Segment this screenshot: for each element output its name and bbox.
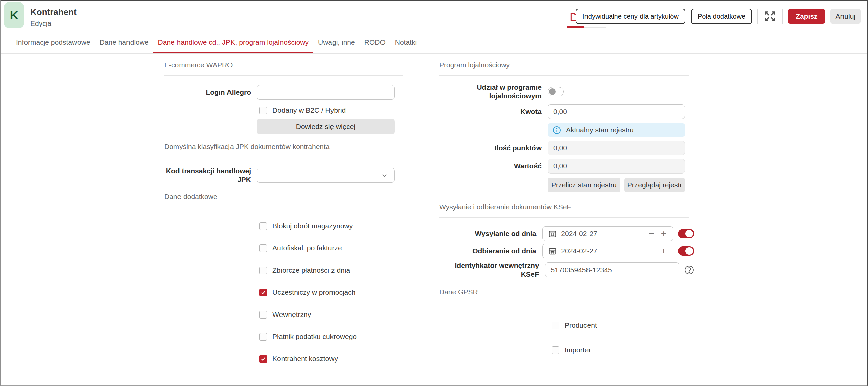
receive-from-label: Odbieranie od dnia [439,247,536,256]
tab-rodo[interactable]: RODO [360,31,390,53]
tab-notatki[interactable]: Notatki [390,31,422,53]
toggle-knob [685,247,693,255]
blokuj-obrot-checkbox[interactable] [259,222,267,230]
checkbox-label: Płatnik podatku cukrowego [273,333,356,341]
allegro-login-label: Login Allegro [164,88,251,97]
register-info-text: Aktualny stan rejestru [566,126,634,134]
checkbox-row[interactable]: Kontrahent kosztowy [164,355,403,363]
expand-icon[interactable] [763,9,777,24]
send-toggle[interactable] [678,229,694,238]
right-column: Program lojalnościowy Udział w programie… [439,54,694,354]
toggle-knob [549,88,556,95]
checkbox-label: Kontrahent kosztowy [273,355,338,363]
amount-input[interactable] [548,105,685,119]
page-subtitle: Edycja [30,20,77,28]
producent-checkbox-row[interactable]: Producent [439,321,694,329]
checkbox-label: Zbiorcze płatności z dnia [273,266,350,274]
importer-checkbox[interactable] [552,347,559,354]
send-date-input[interactable]: 2024-02-27 − + [542,226,673,241]
cancel-button[interactable]: Anuluj [830,9,861,24]
checkbox-label: Autofiskal. po fakturze [273,244,342,252]
checkbox-label: Importer [565,346,591,354]
jpk-code-label: Kod transakcji handlowej JPK [164,167,251,184]
kontrahent-kosztowy-checkbox[interactable] [259,355,267,363]
section-ksef: Wysyłanie i odbieranie dokumentów KSeF [439,202,689,217]
toggle-knob [685,230,693,237]
ksef-send-row: Wysyłanie od dnia 2024-02-27 − + [439,226,694,241]
zbiorcze-platnosci-checkbox[interactable] [259,267,267,274]
individual-prices-button[interactable]: Indywidualne ceny dla artykułów [576,9,685,24]
header-actions: Indywidualne ceny dla artykułów Pola dod… [570,8,861,25]
tab-uwagi-inne[interactable]: Uwagi, inne [313,31,360,53]
plus-button[interactable]: + [660,246,668,256]
checkbox-label: Uczestniczy w promocjach [273,288,355,296]
divider [757,9,757,24]
minus-button[interactable]: − [647,229,655,238]
value-input: 0,00 [548,159,685,174]
question-icon[interactable] [684,265,694,275]
section-ecommerce-wapro: E-commerce WAPRO [164,60,403,76]
window-header: K Kontrahent Edycja Indywidualne ceny dl [1,1,867,31]
register-info-row: Aktualny stan rejestru [439,123,694,137]
platnik-cukrowy-checkbox[interactable] [259,333,267,341]
check-icon [260,290,266,295]
divider [570,9,570,24]
calendar-icon [548,247,557,256]
recalc-register-button[interactable]: Przelicz stan rejestru [548,178,620,192]
ksef-receive-row: Odbieranie od dnia 2024-02-27 − + [439,244,694,259]
section-dane-dodatkowe: Dane dodatkowe [164,192,403,207]
minus-button[interactable]: − [647,246,655,256]
checkbox-label: Wewnętrzny [273,310,311,319]
checkbox-label: Blokuj obrót magazynowy [273,222,353,230]
learn-more-button[interactable]: Dowiedz się więcej [257,119,395,134]
section-program-lojalnosciowy: Program lojalnościowy [439,60,689,76]
section-gpsr: Dane GPSR [439,287,689,302]
producent-checkbox[interactable] [552,322,559,329]
plus-button[interactable]: + [660,229,668,238]
checkbox-label: Producent [565,321,597,329]
jpk-code-select[interactable] [257,168,395,183]
kontrahent-edit-window: K Kontrahent Edycja Indywidualne ceny dl [0,0,868,386]
checkbox-row[interactable]: Uczestniczy w promocjach [164,288,403,296]
jpk-code-row: Kod transakcji handlowej JPK [164,167,403,184]
participation-label: Udział w programie lojalnościowym [439,83,541,100]
checkbox-row[interactable]: Wewnętrzny [164,310,403,319]
divider [782,9,783,24]
checkbox-row[interactable]: Płatnik podatku cukrowego [164,333,403,341]
avatar: K [4,2,24,28]
send-date-value: 2024-02-27 [561,230,597,238]
browse-register-button[interactable]: Przeglądaj rejestr [624,178,685,192]
b2c-checkbox-row[interactable]: Dodany w B2C / Hybrid [164,107,403,115]
autofiskal-checkbox[interactable] [259,244,267,252]
checkbox-row[interactable]: Blokuj obrót magazynowy [164,222,403,230]
value-row: Wartość 0,00 [439,159,694,174]
checkbox-row[interactable]: Autofiskal. po fakturze [164,244,403,252]
receive-date-input[interactable]: 2024-02-27 − + [542,244,673,259]
additional-fields-button[interactable]: Pola dodatkowe [691,9,752,24]
checkbox-row[interactable]: Zbiorcze płatności z dnia [164,266,403,274]
register-info-banner: Aktualny stan rejestru [548,123,685,137]
tab-dane-handlowe-cd[interactable]: Dane handlowe cd., JPK, program lojalnoś… [153,31,313,53]
b2c-checkbox[interactable] [259,107,267,115]
ksef-id-label: Identyfikator wewnętrzny KSeF [439,261,539,278]
uczestniczy-promocje-checkbox[interactable] [259,289,267,296]
ksef-id-input[interactable] [545,263,679,277]
receive-date-value: 2024-02-27 [561,247,597,255]
participation-toggle[interactable] [548,87,564,96]
importer-checkbox-row[interactable]: Importer [439,346,694,354]
amount-label: Kwota [439,108,541,116]
points-label: Ilość punktów [439,144,541,152]
calendar-icon [548,229,557,238]
send-from-label: Wysyłanie od dnia [439,229,536,238]
tab-dane-handlowe[interactable]: Dane handlowe [95,31,153,53]
tab-informacje-podstawowe[interactable]: Informacje podstawowe [11,31,95,53]
amount-row: Kwota [439,105,694,119]
learn-more-row: Dowiedz się więcej [164,119,403,134]
wewnetrzny-checkbox[interactable] [259,311,267,319]
tab-bar: Informacje podstawowe Dane handlowe Dane… [1,31,867,54]
allegro-login-input[interactable] [257,85,395,100]
loyalty-participation-row: Udział w programie lojalnościowym [439,83,694,100]
save-button[interactable]: Zapisz [788,9,825,24]
points-row: Ilość punktów 0,00 [439,141,694,155]
receive-toggle[interactable] [678,246,694,256]
